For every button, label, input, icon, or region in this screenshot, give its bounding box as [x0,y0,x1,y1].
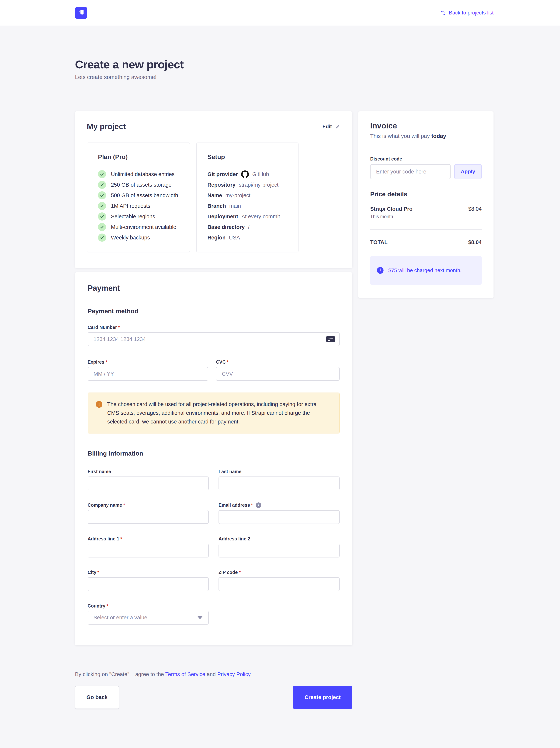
expires-input[interactable] [88,367,208,381]
setup-row-label: Region [208,235,225,241]
address-line-1-input[interactable] [88,544,209,558]
credit-card-icon [326,336,335,342]
first-name-label: First name [88,469,209,474]
chevron-down-icon [197,616,203,619]
setup-row-value: At every commit [242,213,280,219]
cvc-input[interactable] [216,367,340,381]
required-asterisk: * [239,570,241,575]
required-asterisk: * [118,325,120,330]
total-amount: $8.04 [468,239,482,246]
payment-method-title: Payment method [88,307,340,315]
invoice-card: Invoice This is what you will pay today … [358,111,493,298]
plan-feature-label: 250 GB of assets storage [111,182,171,188]
address-line-1-field: Address line 1* [88,536,209,558]
required-asterisk: * [123,502,125,508]
setup-row-label: Base directory [208,224,245,230]
address-line-2-input[interactable] [219,544,340,558]
setup-row: Base directory/ [208,223,287,231]
billing-information-title: Billing information [88,450,340,457]
card-number-field: Card Number* [88,325,340,346]
first-name-field: First name [88,469,209,490]
last-name-field: Last name [219,469,340,490]
check-icon [98,234,106,242]
page-subtitle: Lets create something awesome! [75,74,493,80]
zip-code-input[interactable] [219,577,340,591]
company-name-input[interactable] [88,510,209,524]
email-address-field: Email address*i [219,502,340,524]
check-icon [98,181,106,189]
info-icon[interactable]: i [256,502,261,508]
create-project-button[interactable]: Create project [293,686,352,709]
plan-feature: 500 GB of assets bandwidth [98,191,179,200]
card-number-label: Card Number* [88,325,340,330]
country-label: Country* [88,603,209,609]
page-title: Create a new project [75,58,493,71]
next-month-charge-text: $75 will be charged next month. [388,267,461,273]
price-details-title: Price details [370,190,482,198]
setup-row-label: Deployment [208,213,238,219]
required-asterisk: * [97,570,99,575]
payment-title: Payment [88,284,340,293]
setup-row-value: my-project [225,192,250,198]
plan-feature: 1M API requests [98,202,179,210]
info-icon: i [377,267,384,274]
strapi-logo-icon [77,9,85,17]
top-bar: Back to projects list [0,0,560,26]
expires-label: Expires* [88,359,208,365]
go-back-button[interactable]: Go back [75,686,119,709]
address-line-2-field: Address line 2 [219,536,340,558]
country-select[interactable]: Select or enter a value [88,611,209,625]
price-item-period: This month [370,214,413,219]
apply-button[interactable]: Apply [454,164,482,179]
plan-feature: Unlimited database entries [98,170,179,178]
cvc-label: CVC* [216,359,340,365]
my-project-card: My project Edit Plan (Pro) Unlimited dat [75,111,352,268]
card-usage-warning-text: The chosen card will be used for all pro… [107,400,326,426]
plan-feature: Weekly backups [98,234,179,242]
zip-code-label: ZIP code* [219,570,340,575]
required-asterisk: * [120,536,122,541]
setup-row: Namemy-project [208,191,287,200]
check-icon [98,212,106,220]
plan-feature: Multi-environment available [98,223,179,231]
setup-row-label: Repository [208,182,235,188]
divider [370,229,482,230]
check-icon [98,170,106,178]
city-input[interactable] [88,577,209,591]
card-usage-warning: ! The chosen card will be used for all p… [88,393,340,434]
city-field: City* [88,570,209,591]
total-row: TOTAL $8.04 [370,239,482,246]
strapi-logo[interactable] [75,7,87,19]
last-name-label: Last name [219,469,340,474]
footer: By clicking on "Create", I agree to the … [75,671,352,748]
email-address-input[interactable] [219,510,340,524]
back-arrow-icon [440,10,446,16]
email-address-label: Email address*i [219,502,340,508]
address-line-2-label: Address line 2 [219,536,340,541]
setup-card: Setup Git providerGitHubRepositorystrapi… [196,142,298,252]
address-line-1-label: Address line 1* [88,536,209,541]
first-name-input[interactable] [88,476,209,490]
setup-row-label: Name [208,192,222,198]
terms-of-service-link[interactable]: Terms of Service [165,671,205,677]
setup-row-value: main [229,203,241,209]
plan-feature: Selectable regions [98,212,179,220]
back-to-projects-link[interactable]: Back to projects list [440,10,493,16]
price-line-item: Strapi Cloud Pro This month $8.04 [370,206,482,219]
setup-row-value: / [248,224,250,230]
my-project-title: My project [87,122,126,131]
zip-code-field: ZIP code* [219,570,340,591]
setup-row-label: Git provider [208,171,238,178]
setup-row: RegionUSA [208,234,287,242]
required-asterisk: * [106,603,108,609]
privacy-policy-link[interactable]: Privacy Policy [217,671,250,677]
company-name-field: Company name* [88,502,209,524]
check-icon [98,202,106,210]
edit-button[interactable]: Edit [322,124,340,130]
discount-code-input[interactable] [370,164,451,179]
card-number-input[interactable] [88,332,340,346]
setup-title: Setup [208,153,287,161]
price-item-name: Strapi Cloud Pro [370,206,413,212]
plan-feature-label: 500 GB of assets bandwidth [111,192,178,198]
last-name-input[interactable] [219,476,340,490]
